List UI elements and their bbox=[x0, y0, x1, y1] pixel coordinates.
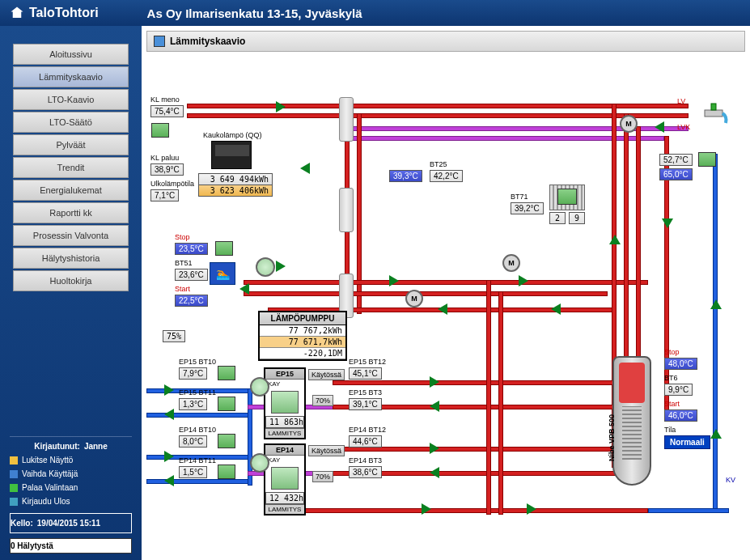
chart-icon bbox=[271, 391, 299, 414]
clock: Kello: 19/04/2015 15:11 bbox=[10, 513, 132, 533]
ep14-kay: KAY bbox=[265, 456, 304, 465]
flow-arrow bbox=[164, 409, 174, 420]
ep15-box[interactable]: EP15 KAY 11 863h LAMMITYS bbox=[264, 367, 306, 439]
meter-kwh2: 3 623 406kWh bbox=[198, 185, 273, 197]
pipe-cold bbox=[146, 479, 252, 484]
flow-arrow bbox=[389, 275, 399, 286]
lv-bot-value: 65,0 bbox=[659, 168, 693, 180]
bt71-value: 39,2 bbox=[511, 202, 544, 214]
rad-right: 9 bbox=[569, 212, 585, 224]
switch-user-button[interactable]: Vaihda Käyttäjä bbox=[10, 467, 132, 481]
nav-item-h-lytyshistoria[interactable]: Hälytyshistoria bbox=[13, 248, 129, 269]
bt6-value: 9,9 bbox=[664, 384, 693, 396]
logged-in-user: Kirjautunut: Janne bbox=[10, 436, 132, 453]
nav-item-aloitussivu[interactable]: Aloitussivu bbox=[13, 44, 129, 65]
flow-arrow bbox=[430, 401, 439, 412]
pct75-value: 75% bbox=[163, 330, 185, 342]
hp-kwh1: 77 767,2kWh bbox=[260, 325, 345, 337]
ep15-bt12-value: 45,1 bbox=[349, 367, 382, 380]
flow-arrow bbox=[164, 475, 174, 486]
tank-start-label: Start bbox=[664, 400, 680, 408]
chart-icon[interactable] bbox=[215, 241, 233, 256]
chart-icon[interactable] bbox=[218, 434, 235, 448]
flow-arrow bbox=[551, 303, 561, 315]
tila-label: Tila bbox=[664, 426, 676, 434]
pipe-cold bbox=[146, 413, 252, 418]
username: Janne bbox=[84, 442, 108, 451]
start-value: 22,5 bbox=[175, 295, 208, 307]
logout-icon bbox=[10, 498, 18, 506]
ep15-bt11-label: EP15 BT11 bbox=[179, 388, 216, 397]
ep15-bt12-label: EP15 BT12 bbox=[349, 358, 386, 366]
ep14-kaytossa[interactable]: Käytössä bbox=[308, 445, 345, 456]
chart-icon[interactable] bbox=[557, 189, 577, 205]
clock-label: Kello: bbox=[11, 516, 33, 530]
bt25-left: 39,3 bbox=[389, 170, 422, 182]
bt71-label: BT71 bbox=[511, 193, 528, 201]
kl-paluu-value: 38,9 bbox=[150, 163, 184, 176]
ep15-kaytossa[interactable]: Käytössä bbox=[308, 369, 345, 380]
ep14-bt10-label: EP14 BT10 bbox=[179, 426, 216, 434]
pump-icon bbox=[250, 453, 269, 473]
flow-arrow bbox=[438, 303, 447, 315]
flow-arrow bbox=[430, 376, 439, 388]
tank-stop-label: Stop bbox=[664, 348, 680, 356]
flow-arrow bbox=[239, 283, 249, 295]
ep14-hours: 12 432h bbox=[265, 492, 304, 504]
ep15-hours: 11 863h bbox=[265, 416, 304, 428]
hp-kwh2: 77 671,7kWh bbox=[260, 337, 345, 348]
kaukolampo-label: Kaukolämpö (QQ) bbox=[203, 131, 262, 139]
pump-icon bbox=[256, 257, 275, 277]
ep14-box[interactable]: EP14 KAY 12 432h LAMMITYS bbox=[264, 443, 306, 515]
ep14-bt11-value: 1,5 bbox=[179, 466, 207, 478]
ep15-bt3-value: 39,1 bbox=[349, 398, 382, 410]
chart-icon[interactable] bbox=[218, 397, 235, 411]
nav-item-raportti-kk[interactable]: Raportti kk bbox=[13, 202, 129, 223]
flow-arrow bbox=[422, 503, 431, 515]
back-button[interactable]: Palaa Valintaan bbox=[10, 481, 132, 494]
nav-item-lto-s-t-[interactable]: LTO-Säätö bbox=[13, 112, 129, 133]
kl-paluu-label: KL paluu bbox=[150, 154, 179, 162]
flow-arrow bbox=[300, 163, 310, 174]
flow-arrow bbox=[662, 218, 673, 228]
flow-arrow bbox=[527, 503, 536, 515]
hp-dm: -220,1DM bbox=[260, 348, 345, 359]
nav-item-l-mmityskaavio[interactable]: Lämmityskaavio bbox=[13, 66, 129, 87]
pipe-cold bbox=[713, 154, 718, 510]
app-header: TaloTohtori As Oy Ilmarisenkatu 13-15, J… bbox=[0, 0, 750, 26]
nav-item-lto-kaavio[interactable]: LTO-Kaavio bbox=[13, 89, 129, 110]
ep14-mode: LAMMITYS bbox=[265, 504, 304, 514]
chart-icon[interactable] bbox=[218, 366, 235, 380]
nav-item-energialukemat[interactable]: Energialukemat bbox=[13, 180, 129, 201]
nav-item-huoltokirja[interactable]: Huoltokirja bbox=[13, 270, 129, 291]
logout-button[interactable]: Kirjaudu Ulos bbox=[10, 494, 132, 508]
lvk-label: LVK bbox=[677, 123, 690, 131]
stop-value: 23,5 bbox=[175, 243, 208, 255]
ep15-bt11-value: 1,3 bbox=[179, 398, 207, 410]
ep15-bt3-label: EP15 BT3 bbox=[349, 388, 382, 397]
heatpump-box: LÄMPÖPUMPPU 77 767,2kWh 77 671,7kWh -220… bbox=[258, 311, 347, 361]
chart-icon[interactable] bbox=[218, 465, 235, 479]
pipe-hot bbox=[244, 291, 608, 296]
chart-icon[interactable] bbox=[698, 152, 716, 167]
kl-meno-label: KL meno bbox=[150, 95, 180, 104]
monitor-icon bbox=[154, 36, 165, 47]
pump-icon bbox=[250, 377, 269, 397]
flow-arrow bbox=[430, 467, 439, 478]
chart-icon[interactable] bbox=[151, 123, 169, 138]
flow-arrow bbox=[276, 101, 286, 112]
pipe-hot bbox=[333, 380, 616, 385]
nav-item-pylv-t[interactable]: Pylväät bbox=[13, 134, 129, 155]
nav-item-prosessin-valvonta[interactable]: Prosessin Valvonta bbox=[13, 225, 129, 246]
ep14-bt10-value: 8,0 bbox=[179, 435, 207, 448]
back-icon bbox=[10, 484, 18, 492]
clock-time: 19/04/2015 15:11 bbox=[37, 516, 100, 530]
ep14-pct: 70% bbox=[312, 471, 333, 482]
lock-screen-button[interactable]: Lukitse Näyttö bbox=[10, 453, 132, 467]
ep14-bt11-label: EP14 BT11 bbox=[179, 456, 216, 465]
ep15-title: EP15 bbox=[265, 369, 304, 380]
nav-item-trendit[interactable]: Trendit bbox=[13, 157, 129, 178]
pipe-hot bbox=[268, 508, 648, 513]
panel-header: Lämmityskaavio bbox=[146, 31, 745, 52]
alarm-count[interactable]: 0 Hälytystä bbox=[10, 538, 132, 554]
